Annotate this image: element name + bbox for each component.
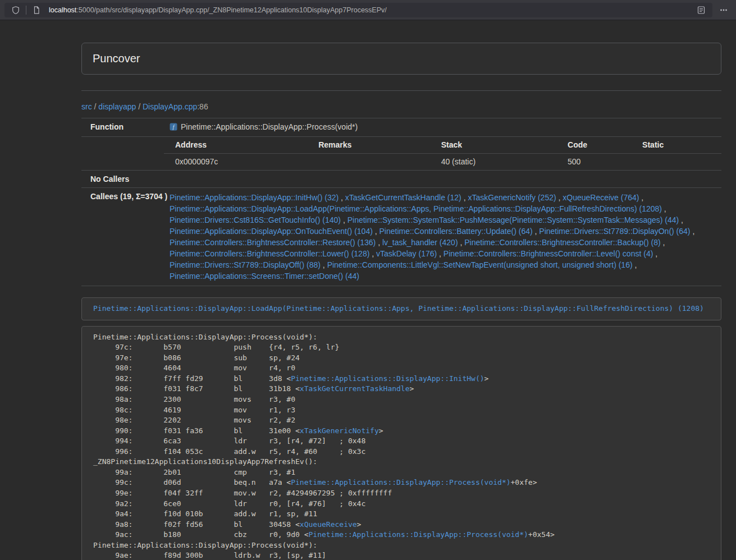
callee-separator: , [373,227,380,236]
code-line: 994: 6ca3 ldr r3, [r4, #72] ; 0x48 [93,436,710,447]
callee-separator: , [662,204,666,213]
callee-separator: , [341,215,348,224]
stats-row-label [81,137,164,171]
code-line: 98c: 4619 mov r1, r3 [93,405,710,416]
code-symbol-link[interactable]: xTaskGetCurrentTaskHandle [300,384,410,393]
callee-separator: , [679,215,683,224]
col-header-remarks: Remarks [307,137,429,154]
code-line: 9ae: f89d 300b ldrb.w r3, [sp, #11] [93,550,710,560]
callee-link[interactable]: Pinetime::System::SystemTask::PushMessag… [348,215,679,224]
shield-icon[interactable] [9,3,22,17]
callee-link[interactable]: Pinetime::Controllers::BrightnessControl… [444,249,653,258]
no-callers-label: No Callers [81,171,164,188]
divider [81,90,721,91]
callee-link[interactable]: lv_task_handler (420) [382,238,458,247]
callee-link[interactable]: Pinetime::Controllers::Battery::Update()… [380,227,533,236]
code-line: Pinetime::Applications::DisplayApp::Proc… [93,332,710,343]
address-value: 0x0000097c [164,154,307,171]
code-symbol-link[interactable]: Pinetime::Applications::DisplayApp::Init… [291,374,484,383]
callee-link[interactable]: Pinetime::Components::LittleVgl::SetNewT… [327,260,633,269]
code-line: _ZN8Pinetime12Applications10DisplayApp7R… [93,457,710,467]
code-size-value: 500 [556,154,631,171]
col-header-static: Static [631,137,721,154]
callee-separator: , [639,193,643,202]
col-header-code: Code [556,137,631,154]
code-line: 9a8: f02f fd56 bl 30458 <xQueueReceive> [93,520,710,530]
code-line: 986: f031 f8c7 bl 31b18 <xTaskGetCurrent… [93,384,710,394]
code-line: 990: f031 fa36 bl 31e00 <xTaskGenericNot… [93,426,710,437]
function-icon: f [170,123,177,132]
breadcrumb-file-link[interactable]: DisplayApp.cpp [143,102,197,111]
callee-link[interactable]: Pinetime::Applications::Screens::Timer::… [170,272,359,281]
url-path: :5000/path/src/displayapp/DisplayApp.cpp… [76,6,386,14]
app-header-box: Puncover [81,43,721,75]
callee-link[interactable]: Pinetime::Applications::DisplayApp::OnTo… [170,227,373,236]
no-callers-cell [164,171,721,188]
code-symbol-link[interactable]: Pinetime::Applications::DisplayApp::Proc… [291,478,510,486]
code-line: Pinetime::Applications::DisplayApp::Proc… [93,540,710,551]
callee-link[interactable]: xTaskGenericNotify (252) [468,193,556,202]
code-line: 980: 4604 mov r4, r0 [93,363,710,374]
callee-link[interactable]: Pinetime::Drivers::Cst816S::GetTouchInfo… [170,215,341,224]
static-value [631,154,721,171]
code-line: 99e: f04f 32ff mov.w r2, #4294967295 ; 0… [93,488,710,499]
callee-separator: , [339,193,345,202]
callee-link[interactable]: xQueueReceive (764) [563,193,639,202]
callees-row: Callees (19, Σ=3704 ) Pinetime::Applicat… [81,188,721,286]
browser-toolbar: localhost:5000/path/src/displayapp/Displ… [0,0,736,20]
reader-view-icon[interactable] [694,3,708,17]
breadcrumb: src / displayapp / DisplayApp.cpp:86 [81,102,721,111]
callee-separator: , [321,260,327,269]
url-bar[interactable]: localhost:5000/path/src/displayapp/Displ… [4,3,712,17]
stats-values-row: 0x0000097c 40 (static) 500 [164,154,721,171]
callee-link[interactable]: Pinetime::Controllers::BrightnessControl… [170,249,369,258]
callee-link[interactable]: Pinetime::Applications::DisplayApp::Init… [170,193,339,202]
function-name: Pinetime::Applications::DisplayApp::Proc… [181,122,358,131]
callee-separator: , [461,193,468,202]
callee-separator: , [533,227,540,236]
stack-value: 40 (static) [430,154,556,171]
disassembly-code: Pinetime::Applications::DisplayApp::Proc… [81,326,721,560]
callee-separator: , [691,227,695,236]
code-line: 9a2: 6ce0 ldr r0, [r4, #76] ; 0x4c [93,499,710,509]
breadcrumb-displayapp-link[interactable]: displayapp [98,102,136,111]
highlighted-callee-link[interactable]: Pinetime::Applications::DisplayApp::Load… [93,304,704,313]
stats-row: Address Remarks Stack Code Static 0x0000… [81,137,721,171]
code-symbol-link[interactable]: Pinetime::Applications::DisplayApp::Proc… [309,530,528,539]
code-symbol-link[interactable]: xQueueReceive [300,520,357,529]
code-line: 98a: 2300 movs r3, #0 [93,394,710,405]
function-label: Function [81,118,164,137]
code-line: 9a4: f10d 010b add.w r1, sp, #11 [93,509,710,520]
callee-link[interactable]: Pinetime::Drivers::St7789::DisplayOn() (… [539,227,690,236]
callee-separator: , [653,249,657,258]
breadcrumb-src-link[interactable]: src [81,102,92,111]
code-line: 99a: 2b01 cmp r3, #1 [93,467,710,478]
function-row: Function f Pinetime::Applications::Displ… [81,118,721,137]
menu-dots-icon[interactable] [717,3,730,17]
callee-separator: , [437,249,444,258]
code-line: 97e: b086 sub sp, #24 [93,353,710,364]
callee-link[interactable]: Pinetime::Applications::DisplayApp::Load… [170,204,662,213]
callee-link[interactable]: Pinetime::Drivers::St7789::DisplayOff() … [170,260,321,269]
code-line: 98e: 2202 movs r2, #2 [93,415,710,426]
no-callers-row: No Callers [81,171,721,188]
stats-cell: Address Remarks Stack Code Static 0x0000… [164,137,721,171]
code-symbol-link[interactable]: xTaskGenericNotify [300,426,379,435]
callee-link[interactable]: vTaskDelay (176) [376,249,437,258]
code-line: 9ac: b180 cbz r0, 9d0 <Pinetime::Applica… [93,530,710,540]
url-text: localhost:5000/path/src/displayapp/Displ… [49,6,694,14]
code-line: 996: f104 053c add.w r5, r4, #60 ; 0x3c [93,447,710,457]
page-container: Puncover src / displayapp / DisplayApp.c… [81,43,721,560]
function-name-cell: f Pinetime::Applications::DisplayApp::Pr… [164,118,721,137]
app-title[interactable]: Puncover [93,52,140,65]
stats-table: Address Remarks Stack Code Static 0x0000… [164,137,721,170]
callee-link[interactable]: xTaskGetCurrentTaskHandle (12) [345,193,461,202]
callee-link[interactable]: Pinetime::Controllers::BrightnessControl… [464,238,660,247]
breadcrumb-separator: / [94,102,97,111]
callee-separator: , [661,238,665,247]
callee-link[interactable]: Pinetime::Controllers::BrightnessControl… [170,238,376,247]
callee-separator: , [369,249,376,258]
page-info-icon[interactable] [30,3,43,17]
callee-separator: , [633,260,637,269]
toolbar-separator [26,6,26,15]
